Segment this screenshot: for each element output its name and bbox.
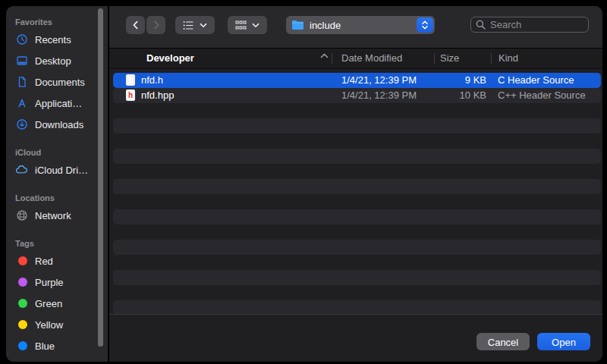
- open-button[interactable]: Open: [537, 333, 590, 350]
- empty-row: [113, 270, 601, 285]
- blue-tag-dot-icon: [15, 340, 28, 353]
- sidebar-item-tag-blue[interactable]: Blue: [15, 335, 108, 356]
- app-store-icon: [15, 97, 28, 110]
- file-size: 9 KB: [434, 73, 486, 88]
- sidebar-item-label: Yellow: [35, 319, 63, 331]
- empty-row: [113, 224, 601, 240]
- file-list: h nfd.h 1/4/21, 12:39 PM 9 KB C Header S…: [109, 70, 602, 314]
- empty-row: [113, 300, 601, 314]
- column-header-developer[interactable]: Developer: [146, 49, 194, 68]
- empty-row: [113, 164, 601, 179]
- sidebar-item-tag-red[interactable]: Red: [15, 250, 108, 271]
- column-divider: [491, 53, 492, 64]
- empty-row: [113, 255, 601, 270]
- dialog-footer: Cancel Open: [109, 314, 602, 362]
- sidebar-section-icloud: iCloud: [15, 146, 108, 159]
- empty-row: [113, 118, 601, 133]
- open-dialog-window: Favorites Recents Desktop Documents Appl…: [6, 6, 602, 362]
- sidebar-item-label: iCloud Dri…: [35, 165, 88, 176]
- sidebar-item-icloud-drive[interactable]: iCloud Dri…: [15, 159, 108, 180]
- sidebar-item-network[interactable]: Network: [15, 205, 108, 226]
- column-header-kind[interactable]: Kind: [498, 49, 518, 68]
- h-source-file-icon: h: [126, 89, 135, 101]
- circle-outline-icon: [15, 361, 28, 362]
- sidebar-section-locations: Locations: [15, 191, 108, 205]
- sidebar-scrollbar[interactable]: [98, 8, 103, 347]
- red-tag-dot-icon: [15, 255, 28, 268]
- chevron-down-icon: [252, 23, 259, 28]
- sidebar-item-all-tags[interactable]: All Tags: [15, 356, 108, 362]
- empty-row: [113, 179, 601, 194]
- sidebar-item-desktop[interactable]: Desktop: [15, 50, 108, 71]
- file-name: nfd.hpp: [141, 88, 174, 103]
- chevron-right-icon: [151, 20, 162, 30]
- sidebar-item-label: Green: [35, 298, 62, 309]
- sidebar-item-label: Downloads: [35, 119, 83, 130]
- sidebar-item-label: All Tags: [35, 362, 69, 362]
- sidebar-item-documents[interactable]: Documents: [15, 71, 108, 93]
- sidebar-section-tags: Tags: [15, 237, 108, 250]
- sidebar-item-label: Blue: [35, 340, 55, 352]
- folder-icon: [291, 20, 304, 30]
- download-circle-icon: [15, 118, 28, 131]
- sidebar-item-label: Recents: [35, 34, 71, 46]
- document-icon: [15, 76, 28, 89]
- table-header: Developer Date Modified Size Kind: [109, 48, 602, 69]
- empty-row: [113, 194, 601, 209]
- clock-icon: [15, 33, 28, 46]
- column-divider: [434, 53, 435, 64]
- sidebar-item-label: Purple: [35, 277, 64, 288]
- h-source-file-icon: h: [126, 74, 135, 86]
- empty-row: [113, 133, 601, 149]
- globe-icon: [15, 209, 28, 222]
- file-row-nfd-h[interactable]: h nfd.h 1/4/21, 12:39 PM 9 KB C Header S…: [113, 73, 601, 88]
- back-button[interactable]: [126, 16, 145, 34]
- file-date-modified: 1/4/21, 12:39 PM: [341, 88, 417, 103]
- cloud-icon: [15, 164, 28, 177]
- empty-row: [113, 285, 601, 300]
- sidebar-item-label: Network: [35, 210, 71, 221]
- sidebar-item-label: Red: [35, 256, 53, 267]
- sidebar-item-tag-purple[interactable]: Purple: [15, 271, 108, 293]
- column-header-date-modified[interactable]: Date Modified: [341, 49, 402, 68]
- group-view-button[interactable]: [228, 16, 267, 34]
- location-popup[interactable]: include: [286, 16, 435, 34]
- search-input[interactable]: [489, 18, 583, 31]
- yellow-tag-dot-icon: [15, 318, 28, 331]
- sidebar-item-label: Desktop: [35, 55, 71, 67]
- search-field[interactable]: [470, 17, 589, 33]
- file-size: 10 KB: [434, 88, 486, 103]
- empty-row: [113, 209, 601, 224]
- sidebar: Favorites Recents Desktop Documents Appl…: [6, 6, 108, 362]
- sidebar-section-favorites: Favorites: [15, 15, 108, 29]
- sidebar-item-tag-green[interactable]: Green: [15, 293, 108, 314]
- empty-row: [113, 103, 601, 118]
- search-icon: [476, 20, 486, 30]
- column-header-size[interactable]: Size: [440, 49, 459, 68]
- sidebar-item-recents[interactable]: Recents: [15, 29, 108, 50]
- list-view-button[interactable]: [175, 16, 215, 34]
- green-tag-dot-icon: [15, 297, 28, 310]
- empty-row: [113, 240, 601, 255]
- sidebar-item-downloads[interactable]: Downloads: [15, 114, 108, 135]
- file-date-modified: 1/4/21, 12:39 PM: [341, 73, 417, 88]
- desktop-icon: [15, 55, 28, 67]
- cancel-button[interactable]: Cancel: [476, 333, 530, 350]
- chevron-down-icon: [200, 23, 207, 28]
- file-kind: C++ Header Source: [498, 88, 586, 103]
- popup-stepper-icon: [417, 17, 433, 33]
- file-row-nfd-hpp[interactable]: h nfd.hpp 1/4/21, 12:39 PM 10 KB C++ Hea…: [113, 88, 601, 103]
- sidebar-item-label: Applicati…: [35, 98, 82, 109]
- nav-buttons: [126, 16, 165, 34]
- file-kind: C Header Source: [498, 73, 574, 88]
- sidebar-item-tag-yellow[interactable]: Yellow: [15, 314, 108, 335]
- toolbar: include: [109, 6, 602, 48]
- list-view-icon: [183, 20, 194, 30]
- empty-row: [113, 149, 601, 164]
- location-popup-value: include: [310, 20, 341, 31]
- main-panel: include Developer Date Modified Size Kin…: [109, 6, 602, 362]
- forward-button[interactable]: [146, 16, 165, 34]
- sidebar-item-applications[interactable]: Applicati…: [15, 93, 108, 114]
- grid-view-icon: [235, 20, 247, 30]
- column-divider: [332, 53, 332, 64]
